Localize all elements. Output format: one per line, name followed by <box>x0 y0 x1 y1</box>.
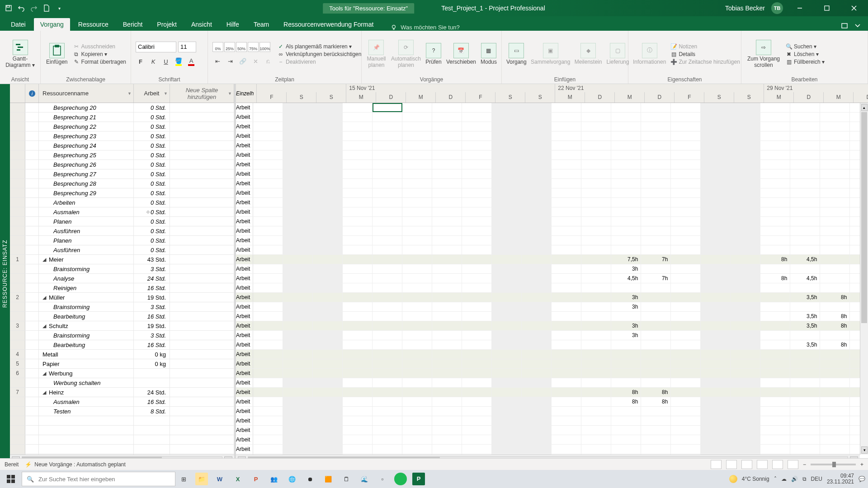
resource-row[interactable]: 4Metall0 kg <box>10 350 234 359</box>
time-cell[interactable] <box>581 445 611 454</box>
name-cell[interactable] <box>39 435 134 444</box>
time-cell[interactable] <box>522 113 552 122</box>
time-cell[interactable] <box>373 312 402 321</box>
detail-label-cell[interactable]: Arbeit <box>236 274 253 283</box>
information-button[interactable]: ⓘInformationen <box>633 43 666 65</box>
time-cell[interactable] <box>701 141 731 150</box>
empty-cell[interactable] <box>170 426 234 435</box>
time-cell[interactable] <box>701 160 731 169</box>
time-cell[interactable] <box>581 141 611 150</box>
time-cell[interactable] <box>731 359 760 368</box>
time-cell[interactable] <box>462 274 492 283</box>
time-cell[interactable] <box>462 340 492 349</box>
time-cell[interactable] <box>492 293 522 302</box>
empty-cell[interactable] <box>170 416 234 425</box>
time-cell[interactable] <box>522 426 552 435</box>
deliverable-button[interactable]: ▢Lieferung <box>606 43 629 65</box>
assignment-row[interactable] <box>10 445 234 454</box>
time-cell[interactable] <box>492 160 522 169</box>
detail-label-cell[interactable]: Arbeit <box>236 131 253 141</box>
ribbon-tab-team[interactable]: Team <box>247 18 275 31</box>
time-cell[interactable] <box>581 198 611 207</box>
time-cell[interactable] <box>402 369 432 378</box>
time-cell[interactable] <box>671 131 701 141</box>
time-cell[interactable] <box>731 150 760 160</box>
time-cell[interactable] <box>402 397 432 406</box>
manual-schedule-button[interactable]: 📌Manuell planen <box>366 40 387 68</box>
row-number[interactable] <box>10 122 25 131</box>
time-cell[interactable] <box>522 103 552 112</box>
add-to-timeline-button[interactable]: ➕Zur Zeitachse hinzufügen <box>670 59 740 65</box>
copy-button[interactable]: ⧉Kopieren ▾ <box>73 51 126 57</box>
time-cell[interactable] <box>760 217 790 226</box>
time-cell[interactable] <box>790 416 820 425</box>
work-cell[interactable]: 16 Std. <box>134 340 170 349</box>
view-report-button[interactable] <box>788 460 798 469</box>
time-cell[interactable] <box>492 340 522 349</box>
empty-cell[interactable] <box>170 141 234 150</box>
time-cell[interactable] <box>402 188 432 197</box>
time-cell[interactable] <box>253 131 283 141</box>
assignment-row[interactable]: Arbeiten0 Std. <box>10 198 234 207</box>
percent-50%[interactable]: 50% <box>236 42 247 52</box>
work-cell[interactable]: 0 Std. <box>134 160 170 169</box>
empty-cell[interactable] <box>170 350 234 359</box>
time-cell[interactable] <box>820 378 850 387</box>
time-cell[interactable] <box>283 340 313 349</box>
time-cell[interactable] <box>313 274 343 283</box>
time-cell[interactable] <box>581 426 611 435</box>
time-cell[interactable] <box>522 141 552 150</box>
time-cell[interactable] <box>701 179 731 188</box>
time-cell[interactable] <box>253 103 283 112</box>
time-cell[interactable] <box>820 236 850 245</box>
time-cell[interactable] <box>492 207 522 216</box>
time-cell[interactable] <box>552 217 581 226</box>
row-number[interactable] <box>10 236 25 245</box>
row-number[interactable] <box>10 340 25 349</box>
collapse-icon[interactable]: ◢ <box>42 295 47 300</box>
empty-cell[interactable] <box>170 435 234 444</box>
time-cell[interactable] <box>760 122 790 131</box>
time-cell[interactable] <box>402 245 432 254</box>
assignment-row[interactable] <box>10 426 234 435</box>
work-cell[interactable]: 0 Std. <box>134 169 170 178</box>
empty-cell[interactable] <box>170 378 234 387</box>
time-cell[interactable] <box>760 236 790 245</box>
time-cell[interactable] <box>432 435 462 444</box>
time-cell[interactable] <box>253 426 283 435</box>
time-cell[interactable] <box>373 426 402 435</box>
time-cell[interactable] <box>820 388 850 397</box>
time-cell[interactable] <box>253 369 283 378</box>
assignment-row[interactable] <box>10 416 234 426</box>
time-cell[interactable] <box>641 113 671 122</box>
ribbon-collapse-icon[interactable] <box>854 22 861 31</box>
time-cell[interactable]: 3,5h <box>790 321 820 330</box>
file-explorer-icon[interactable]: 📁 <box>195 473 208 485</box>
time-cell[interactable] <box>432 378 462 387</box>
time-cell[interactable] <box>731 274 760 283</box>
time-cell[interactable] <box>731 131 760 141</box>
zoom-in-button[interactable]: + <box>860 461 863 468</box>
clear-button[interactable]: ✖Löschen ▾ <box>786 51 825 57</box>
time-cell[interactable] <box>402 435 432 444</box>
time-cell[interactable] <box>253 198 283 207</box>
name-cell[interactable]: Bearbeitung <box>39 340 134 349</box>
time-cell[interactable] <box>492 350 522 359</box>
time-cell[interactable] <box>402 131 432 141</box>
assignment-row[interactable]: Besprechung 200 Std. <box>10 103 234 113</box>
zoom-out-button[interactable]: − <box>803 461 806 468</box>
time-cell[interactable] <box>581 226 611 235</box>
time-cell[interactable] <box>402 283 432 292</box>
time-cell[interactable] <box>671 150 701 160</box>
time-cell[interactable] <box>790 103 820 112</box>
time-cell[interactable] <box>432 207 462 216</box>
time-cell[interactable] <box>790 131 820 141</box>
time-cell[interactable] <box>343 283 373 292</box>
time-cell[interactable] <box>760 312 790 321</box>
time-cell[interactable] <box>552 340 581 349</box>
detail-label-cell[interactable]: Arbeit <box>236 369 253 378</box>
detail-label-cell[interactable]: Arbeit <box>236 188 253 197</box>
time-cell[interactable] <box>313 113 343 122</box>
time-cell[interactable] <box>731 198 760 207</box>
time-cell[interactable] <box>760 378 790 387</box>
